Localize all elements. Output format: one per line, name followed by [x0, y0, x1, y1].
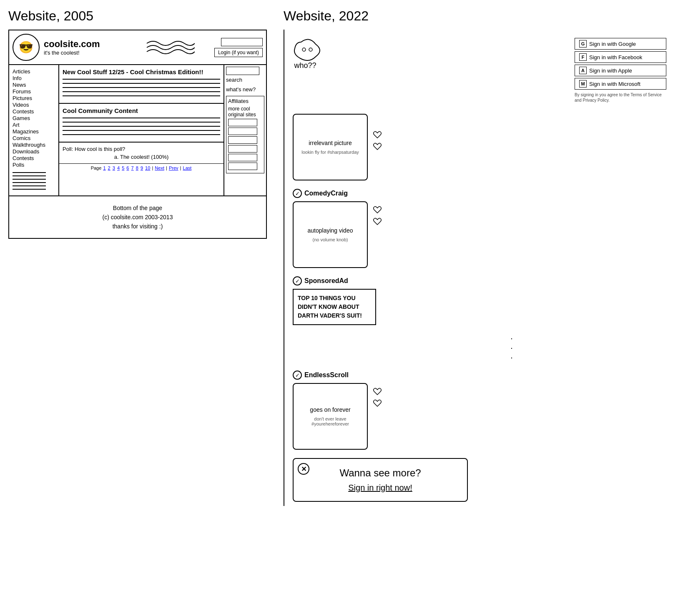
aff-link-2[interactable]: [228, 128, 257, 135]
sidebar-item-comics[interactable]: Comics: [13, 135, 55, 141]
sidebar-sep-4: [13, 182, 46, 183]
feed-item-2: ✓ ComedyCraig autoplaying video (no volu…: [293, 189, 666, 268]
site-header-right: Login (if you want): [214, 38, 263, 57]
sidebar-item-art[interactable]: Art: [13, 122, 55, 128]
pagination: Page 1 2 3 4 5 6 7 8 9 10 | Next | Prev …: [59, 163, 223, 172]
heart-icon-2[interactable]: [373, 142, 382, 151]
svg-point-1: [309, 48, 312, 51]
sidebar-item-contests2[interactable]: Contests: [13, 155, 55, 161]
signin-google-button[interactable]: G Sign in with Google: [575, 38, 666, 50]
heart-icon-5[interactable]: [373, 387, 382, 396]
page-10[interactable]: 10: [145, 165, 150, 170]
page-7[interactable]: 7: [131, 165, 134, 170]
panel-2005: Website, 2005 😎 coolsite.com it's the co…: [8, 8, 267, 239]
sidebar-item-contests[interactable]: Contests: [13, 108, 55, 115]
signin-apple-label: Sign in with Apple: [589, 68, 632, 74]
page-2[interactable]: 2: [108, 165, 110, 170]
page-prev[interactable]: Prev: [169, 165, 178, 170]
who-text: who??: [294, 61, 316, 70]
page-last[interactable]: Last: [183, 165, 192, 170]
header-input[interactable]: [221, 38, 263, 46]
footer-line3: thanks for visiting :): [15, 223, 260, 230]
sidebar-item-articles[interactable]: Articles: [13, 68, 55, 75]
site-right-bar: search what's new? Affiliates more cool …: [224, 65, 266, 195]
wavy-decoration: [129, 37, 210, 58]
aff-link-4[interactable]: [228, 145, 257, 153]
signin-microsoft-button[interactable]: M Sign in with Microsoft: [575, 78, 666, 90]
panel-2005-title: Website, 2005: [8, 8, 267, 24]
affiliates-title: Affiliates: [228, 98, 262, 104]
affiliates-box: Affiliates more cool original sites: [226, 96, 264, 173]
post-card-2-text: autoplaying video: [308, 227, 353, 234]
aff-link-5[interactable]: [228, 154, 257, 161]
apple-icon: A: [579, 67, 587, 74]
page-1[interactable]: 1: [103, 165, 105, 170]
search-input-box[interactable]: [226, 67, 259, 75]
page-8[interactable]: 8: [136, 165, 138, 170]
facebook-icon: F: [579, 53, 587, 61]
section-1-title: New Cool Stuff 12/25 - Cool Christmas Ed…: [63, 68, 220, 75]
sidebar-sep-1: [13, 172, 46, 173]
sidebar-item-news[interactable]: News: [13, 82, 55, 88]
sidebar-item-videos[interactable]: Videos: [13, 102, 55, 108]
signin-google-label: Sign in with Google: [589, 41, 636, 47]
sidebar-sep-5: [13, 185, 46, 186]
content-line-1: [63, 79, 220, 80]
sidebar-item-forums[interactable]: Forums: [13, 88, 55, 95]
sidebar-sep-6: [13, 189, 46, 190]
sidebar-item-magazines[interactable]: Magazines: [13, 128, 55, 135]
aff-link-6[interactable]: [228, 163, 257, 170]
login-button[interactable]: Login (if you want): [214, 48, 263, 57]
panel-2022-title: Website, 2022: [284, 8, 675, 24]
signin-facebook-button[interactable]: F Sign in with Facebook: [575, 51, 666, 63]
feed-item-1: irrelevant picture lookin fly for #sharp…: [293, 114, 666, 180]
search-label: search: [226, 77, 264, 83]
sidebar-item-games[interactable]: Games: [13, 115, 55, 121]
popup-close-button[interactable]: ✕: [298, 463, 309, 475]
site-logo-text: coolsite.com it's the coolest!: [44, 39, 125, 56]
site-header: 😎 coolsite.com it's the coolest! Login (…: [9, 30, 266, 65]
user-row-4: ✓ EndlessScroll: [293, 371, 349, 380]
post-card-2: autoplaying video (no volume knob): [293, 201, 368, 268]
sidebar-sep-2: [13, 175, 46, 176]
sidebar-item-walkthroughs[interactable]: Walkthroughs: [13, 142, 55, 148]
sidebar-item-polls[interactable]: Polls: [13, 162, 55, 168]
content-line-2: [63, 83, 220, 84]
poll-answer: a. The coolest! (100%): [63, 154, 220, 160]
page-4[interactable]: 4: [117, 165, 120, 170]
site-body: Articles Info News Forums Pictures Video…: [9, 65, 266, 195]
popup-title: Wanna see more?: [306, 467, 454, 479]
content-section-1: New Cool Stuff 12/25 - Cool Christmas Ed…: [59, 65, 223, 104]
site-tagline: it's the coolest!: [44, 50, 125, 56]
post-card-4-text: goes on forever: [310, 406, 350, 413]
page-9[interactable]: 9: [141, 165, 143, 170]
sidebar-sep-3: [13, 179, 46, 180]
post-card-2-label: (no volume knob): [313, 237, 348, 242]
page-next[interactable]: Next: [155, 165, 164, 170]
popup-subtitle[interactable]: Sign in right now!: [306, 483, 454, 493]
heart-icon-1[interactable]: [373, 130, 382, 140]
page-5[interactable]: 5: [122, 165, 124, 170]
verified-icon-4: ✓: [293, 371, 302, 380]
likes-col-1: [373, 130, 382, 151]
content-line-9: [63, 130, 220, 131]
heart-icon-6[interactable]: [373, 399, 382, 408]
aff-link-3[interactable]: [228, 136, 257, 144]
sidebar-item-pictures[interactable]: Pictures: [13, 95, 55, 101]
microsoft-icon: M: [579, 80, 587, 88]
page-3[interactable]: 3: [113, 165, 115, 170]
post-card-1: irrelevant picture lookin fly for #sharp…: [293, 114, 368, 180]
dot-3: ·: [510, 353, 515, 362]
sign-in-buttons: G Sign in with Google F Sign in with Fac…: [575, 38, 666, 103]
sidebar-item-downloads[interactable]: Downloads: [13, 148, 55, 155]
aff-link-1[interactable]: [228, 119, 257, 126]
content-line-5: [63, 95, 220, 96]
google-icon: G: [579, 40, 587, 48]
pagination-label: Page: [91, 165, 103, 170]
sidebar-item-info[interactable]: Info: [13, 75, 55, 81]
page-6[interactable]: 6: [126, 165, 129, 170]
signin-apple-button[interactable]: A Sign in with Apple: [575, 65, 666, 76]
heart-icon-4[interactable]: [373, 217, 382, 226]
heart-icon-3[interactable]: [373, 205, 382, 215]
user-row-2: ✓ ComedyCraig: [293, 189, 348, 198]
